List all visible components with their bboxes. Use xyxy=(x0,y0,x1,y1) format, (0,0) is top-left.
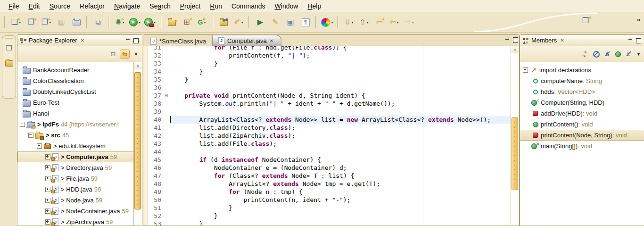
tree-item-node-java[interactable]: J> Node.java 59 xyxy=(17,195,134,206)
scroll-up-icon[interactable]: ▲ xyxy=(511,46,519,53)
new-view-button[interactable]: ❐▾ xyxy=(39,16,54,29)
scroll-up-icon[interactable]: ▲ xyxy=(134,62,142,69)
member-printcontent-node-string[interactable]: printContent(Node, String) : void xyxy=(520,130,644,141)
print-button[interactable] xyxy=(69,16,84,29)
prev-annotation-button[interactable]: ⇧▾ xyxy=(356,16,372,29)
highlight-button[interactable]: ✎ xyxy=(268,16,283,29)
expand-icon[interactable] xyxy=(45,219,50,225)
minimize-button[interactable] xyxy=(126,38,130,42)
expand-icon[interactable] xyxy=(45,176,50,181)
expand-icon[interactable] xyxy=(45,165,50,170)
tree-item-colorclassification[interactable]: ColorClassification xyxy=(17,75,134,86)
menu-file[interactable]: File xyxy=(4,1,24,11)
search-button[interactable]: ✐▾ xyxy=(231,16,246,29)
tree-item-ziparchiv-java[interactable]: J> ZipArchiv.java 59 xyxy=(17,217,134,226)
member-printcontent[interactable]: printContent() : void xyxy=(520,119,644,130)
expand-icon[interactable] xyxy=(523,67,528,73)
close-icon[interactable]: ✕ xyxy=(559,38,565,43)
hide-locals-button[interactable]: L xyxy=(625,50,632,58)
forward-button[interactable]: ⇨▾ xyxy=(402,16,417,29)
expand-icon[interactable] xyxy=(45,209,50,214)
minimize-button[interactable] xyxy=(505,38,510,42)
new-wizard-button[interactable]: ❏▾ xyxy=(8,16,24,29)
new-package-button[interactable]: ⊞ xyxy=(179,16,194,29)
menu-run[interactable]: Run xyxy=(205,1,227,11)
expand-icon[interactable] xyxy=(45,198,50,203)
hide-fields-button[interactable] xyxy=(593,50,600,58)
new-project-button[interactable]: ❐ xyxy=(24,16,39,29)
maximize-button[interactable] xyxy=(636,38,641,43)
menu-commands[interactable]: Commands xyxy=(227,1,270,11)
save-button[interactable]: ▦ xyxy=(54,16,69,29)
member-import-declarations[interactable]: ↗import declarations xyxy=(520,65,644,75)
editor-scrollbar[interactable]: ▲ xyxy=(511,46,519,226)
tree-item-euro-test[interactable]: Euro-Test xyxy=(17,97,134,108)
collapse-icon[interactable] xyxy=(28,133,33,138)
minimize-button[interactable] xyxy=(628,38,633,42)
view-menu-button[interactable]: ▼ xyxy=(636,52,641,57)
next-annotation-button[interactable]: ⇩▾ xyxy=(341,16,356,29)
member-hdds[interactable]: hdds : Vector<HDD> xyxy=(520,86,644,97)
collapse-icon[interactable] xyxy=(37,143,42,149)
show-view-button[interactable] xyxy=(2,59,16,67)
run-last-button[interactable]: ▶ xyxy=(253,16,268,29)
scrollbar-thumb[interactable] xyxy=(134,72,141,209)
hide-static-button[interactable]: S xyxy=(604,50,611,58)
member-main-string[interactable]: smain(String[]) : void xyxy=(520,141,644,151)
close-icon[interactable]: ✕ xyxy=(80,38,85,43)
restore-view-button[interactable]: ❐ xyxy=(2,44,16,52)
menu-search[interactable]: Search xyxy=(145,1,175,11)
color-palette-button[interactable]: ▾ xyxy=(320,16,335,29)
new-source-folder-button[interactable] xyxy=(164,16,179,29)
tree-item-hdd-java[interactable]: J> HDD.java 59 xyxy=(17,184,134,195)
view-menu-button[interactable]: ▼ xyxy=(134,52,138,57)
menu-navigate[interactable]: Navigate xyxy=(109,1,145,11)
new-class-button[interactable]: G▾ xyxy=(194,16,209,29)
expand-icon[interactable] xyxy=(45,154,50,159)
expand-icon[interactable] xyxy=(45,187,50,192)
tree-item-bankaccountreader[interactable]: BankAccountReader xyxy=(17,65,134,75)
external-tools-button[interactable]: ▶▾ xyxy=(142,16,157,29)
last-edit-location-button[interactable]: ⇦ xyxy=(372,16,387,29)
tree-item-ipdfs[interactable]: > IpdFs 44 [https://svnserver.i xyxy=(17,119,134,130)
tree-item-file-java[interactable]: J> File.java 59 xyxy=(17,173,134,184)
code-editor[interactable]: 31 for (File f : hdd.get(File.class)) {3… xyxy=(143,46,511,226)
member-adddrive-hdd[interactable]: addDrive(HDD) : void xyxy=(520,108,644,119)
collapse-icon[interactable] xyxy=(20,122,25,127)
tab-someclass[interactable]: J *SomeClass.java xyxy=(145,36,212,46)
tree-item-src[interactable]: > src 45 xyxy=(17,130,134,141)
tree-item-hanoi[interactable]: Hanoi xyxy=(17,108,134,119)
debug-button[interactable]: ✺▾ xyxy=(112,16,127,29)
menu-source[interactable]: Source xyxy=(45,1,75,11)
back-button[interactable]: ⇦▾ xyxy=(387,16,402,29)
tree-item-doublylinkedcycliclist[interactable]: DoublyLinkedCyclicList xyxy=(17,86,134,97)
collapse-all-button[interactable]: ⊟ xyxy=(110,50,116,58)
open-perspective-button[interactable]: ❐ xyxy=(578,14,593,27)
menu-refactor[interactable]: Refactor xyxy=(75,1,109,11)
tab-computer[interactable]: J Computer.java ✕ xyxy=(212,35,281,46)
open-type-button[interactable] xyxy=(216,16,231,29)
scrollbar-thumb[interactable] xyxy=(512,117,518,190)
tree-item-computer-java[interactable]: J> Computer.java 59 xyxy=(17,151,134,162)
menu-project[interactable]: Project xyxy=(175,1,206,11)
tree-item-directory-java[interactable]: J> Directory.java 59 xyxy=(17,162,134,173)
fast-view-handle[interactable] xyxy=(5,38,13,39)
tree-item-edu-kit-filesystem[interactable]: > edu.kit.filesystem xyxy=(17,141,134,151)
close-icon[interactable]: ✕ xyxy=(270,38,273,43)
link-with-editor-button[interactable]: ⇆ xyxy=(120,50,130,59)
fold-collapse-icon[interactable]: ⊖ xyxy=(163,92,170,100)
build-button[interactable]: ⧉ xyxy=(91,16,106,29)
maximize-button[interactable] xyxy=(513,37,518,43)
package-explorer-scrollbar[interactable]: ▲ xyxy=(133,62,142,226)
show-whitespace-button[interactable]: ¶ xyxy=(298,16,313,29)
run-button[interactable]: ▶▾ xyxy=(127,16,142,29)
member-computername[interactable]: computerName : String xyxy=(520,75,644,86)
show-source-button[interactable]: ▣ xyxy=(283,16,298,29)
tree-item-nodecontainer-java[interactable]: J> NodeContainer.java 59 xyxy=(17,206,134,217)
member-computer-string-hdd[interactable]: cComputer(String, HDD) xyxy=(520,97,644,108)
sort-button[interactable]: ↓az xyxy=(581,50,588,58)
toolbar-overflow-chevron[interactable]: » xyxy=(637,16,639,23)
show-public-button[interactable] xyxy=(615,51,621,57)
menu-help[interactable]: Help xyxy=(303,1,326,11)
menu-edit[interactable]: Edit xyxy=(24,1,45,11)
